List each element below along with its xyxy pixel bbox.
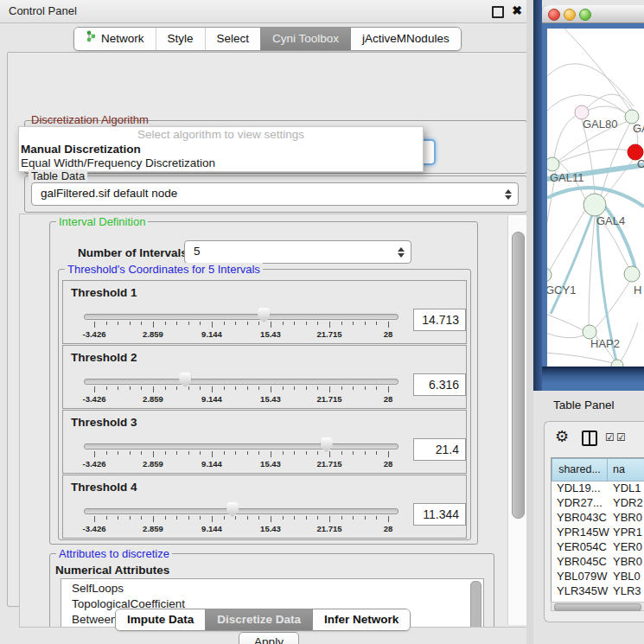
table-row[interactable]: YLR345WYLR3 <box>552 583 644 598</box>
network-edge[interactable] <box>621 322 638 361</box>
network-icon <box>86 28 97 50</box>
algorithm-item-equal-width[interactable]: Equal Width/Frequency Discretization <box>21 156 215 169</box>
threshold-4-panel: Threshold 4 -3.4262.8599.14415.4321.7152… <box>62 475 467 539</box>
split-columns-icon[interactable] <box>582 430 597 446</box>
tab-discretize-data[interactable]: Discretize Data <box>205 609 312 630</box>
network-edge[interactable] <box>554 116 576 158</box>
table-panel: ⚙ ☑ ☑ shared... na YDL19...YDL1YDR27...Y… <box>544 421 644 622</box>
checkbox-icon[interactable]: ☑ <box>616 431 626 443</box>
network-canvas[interactable]: GAL80GACGAL11GAL4GCY1HHAP2 <box>547 29 644 367</box>
threshold-3-value-field[interactable]: 21.4 <box>413 438 466 461</box>
network-edge[interactable] <box>547 333 583 338</box>
combo-stepper-icon <box>505 189 512 200</box>
network-node[interactable] <box>547 157 559 171</box>
threshold-1-slider-thumb[interactable] <box>258 308 270 322</box>
network-edge[interactable] <box>564 29 630 111</box>
network-edge[interactable] <box>547 64 634 106</box>
table-row[interactable]: YBL079WYBL0 <box>552 569 644 583</box>
bottom-tab-bar: Impute Data Discretize Data Infer Networ… <box>115 609 411 631</box>
scrollbar-thumb[interactable] <box>512 232 525 519</box>
network-node[interactable] <box>624 266 640 282</box>
network-node-label: GCY1 <box>547 284 576 296</box>
control-panel-titlebar: Control Panel ✖ <box>0 0 533 23</box>
network-node-label: C <box>637 157 644 170</box>
cell-name: YPR1 <box>613 525 642 539</box>
network-window-frame <box>542 367 644 391</box>
slider-tick-labels: -3.4262.8599.14415.4321.71528 <box>94 394 388 404</box>
tab-cyni-toolbox[interactable]: Cyni Toolbox <box>260 28 350 50</box>
table-row[interactable]: YDR27...YDR2 <box>552 495 644 510</box>
interval-definition-title: Interval Definition <box>56 215 148 228</box>
slider-ticks <box>94 516 388 523</box>
network-edge-thick[interactable] <box>601 201 637 275</box>
network-node[interactable] <box>583 194 606 216</box>
settings-scroll-viewport: Interval Definition Number of Intervals … <box>19 214 528 628</box>
threshold-4-slider-thumb[interactable] <box>226 502 239 517</box>
threshold-3-slider-thumb[interactable] <box>321 437 333 452</box>
number-of-intervals-combobox[interactable]: 5 <box>184 240 411 264</box>
tab-style[interactable]: Style <box>156 28 205 50</box>
panel-divider[interactable] <box>526 0 533 644</box>
top-tab-bar: Network Style Select Cyni Toolbox jActiv… <box>73 27 462 51</box>
algorithm-dropdown-popup: Select algorithm to view settings Manual… <box>18 126 424 172</box>
table-row[interactable]: YER054CYER0 <box>552 539 644 554</box>
threshold-2-slider-track[interactable] <box>84 379 399 385</box>
tab-network[interactable]: Network <box>74 28 156 50</box>
tab-select[interactable]: Select <box>205 28 261 50</box>
network-edge[interactable] <box>547 353 613 363</box>
table-data-combobox[interactable]: galFiltered.sif default node <box>31 182 519 206</box>
network-node-label: GAL4 <box>596 214 625 227</box>
network-node[interactable] <box>547 268 552 282</box>
table-horizontal-scrollbar[interactable] <box>551 602 644 611</box>
number-of-intervals-label: Number of Intervals <box>78 246 188 259</box>
cell-shared-name: YLR345W <box>557 583 608 598</box>
cell-name: YDR2 <box>613 495 643 510</box>
network-edge[interactable] <box>589 106 626 113</box>
algorithm-item-manual[interactable]: Manual Discretization <box>21 143 141 156</box>
scrollbar-thumb[interactable] <box>554 603 641 611</box>
zoom-traffic-light-icon[interactable] <box>579 9 591 21</box>
apply-button[interactable]: Apply <box>239 632 299 644</box>
numerical-attributes-label: Numerical Attributes <box>55 564 169 577</box>
column-header-shared-name[interactable]: shared... <box>552 458 608 481</box>
close-icon[interactable]: ✖ <box>512 3 522 17</box>
settings-vertical-scrollbar[interactable] <box>507 215 527 625</box>
close-traffic-light-icon[interactable] <box>548 9 560 21</box>
minimize-traffic-light-icon[interactable] <box>564 9 576 21</box>
algorithm-placeholder-item[interactable]: Select algorithm to view settings <box>19 128 423 141</box>
network-edge[interactable] <box>596 281 630 328</box>
gear-icon[interactable]: ⚙ <box>555 427 569 446</box>
tab-jactivemnodules[interactable]: jActiveMNodules <box>350 28 461 50</box>
combo-stepper-icon <box>398 247 405 258</box>
threshold-4-slider-track[interactable] <box>84 508 399 514</box>
network-edge[interactable] <box>601 123 630 196</box>
threshold-2-slider-thumb[interactable] <box>179 373 191 387</box>
cell-name: YBR0 <box>613 510 642 525</box>
network-edge[interactable] <box>558 150 628 163</box>
list-item[interactable]: SelfLoops <box>72 582 124 595</box>
network-window-titlebar[interactable] <box>542 5 644 23</box>
table-row[interactable]: YDL19...YDL1 <box>552 481 644 495</box>
tab-impute-data[interactable]: Impute Data <box>116 609 205 630</box>
cell-name: YER0 <box>613 539 642 554</box>
column-header-name[interactable]: na <box>607 458 644 481</box>
list-scrollbar[interactable] <box>470 581 481 628</box>
threshold-1-slider-track[interactable] <box>84 314 399 320</box>
table-row[interactable]: YBR043CYBR0 <box>552 510 644 525</box>
cell-shared-name: YBL079W <box>557 569 608 583</box>
threshold-4-value-field[interactable]: 11.344 <box>413 503 466 526</box>
threshold-3-slider-track[interactable] <box>84 443 399 450</box>
table-row[interactable]: YBR045CYBR0 <box>552 554 644 569</box>
network-edge[interactable] <box>547 314 583 330</box>
network-edge-thick[interactable] <box>551 215 592 314</box>
slider-ticks <box>94 322 388 328</box>
network-edge[interactable] <box>589 216 595 325</box>
checkbox-icon[interactable]: ☑ <box>605 431 615 443</box>
network-node-label: GAL11 <box>550 171 584 184</box>
float-panel-icon[interactable] <box>492 6 504 18</box>
slider-tick-labels: -3.4262.8599.14415.4321.71528 <box>94 524 388 533</box>
threshold-1-value-field[interactable]: 14.713 <box>413 309 466 331</box>
threshold-2-value-field[interactable]: 6.316 <box>413 373 466 396</box>
table-row[interactable]: YPR145WYPR1 <box>552 525 644 539</box>
tab-infer-network[interactable]: Infer Network <box>312 609 410 630</box>
